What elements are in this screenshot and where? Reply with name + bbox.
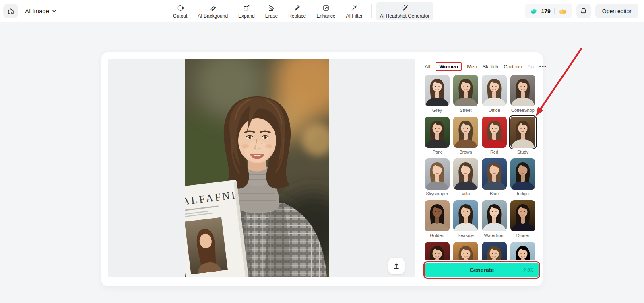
style-label: Waterfront — [482, 233, 507, 238]
image-count-icon — [527, 267, 533, 273]
tool-ai-filter[interactable]: AI Filter — [342, 2, 367, 20]
style-label: Skyscraper — [425, 191, 450, 196]
ai-filter-icon — [350, 4, 358, 12]
style-item-waterfront[interactable]: Waterfront — [482, 200, 507, 238]
style-item[interactable] — [482, 242, 507, 260]
tool-label: AI Filter — [346, 13, 363, 19]
open-editor-button[interactable]: Open editor — [595, 4, 638, 18]
tool-label: Enhance — [316, 13, 335, 19]
tool-erase[interactable]: Erase — [261, 2, 282, 20]
style-thumbnail — [509, 115, 537, 149]
style-thumbnail — [425, 117, 450, 148]
tool-ai-background[interactable]: AI Backgound — [194, 2, 232, 20]
style-item-dinner[interactable]: Dinner — [510, 200, 535, 238]
style-item-blue[interactable]: Blue — [482, 158, 507, 196]
tool-label: AI Backgound — [198, 13, 228, 19]
cutout-icon — [176, 4, 184, 12]
ai-headshot-icon — [401, 4, 409, 12]
canvas-area: ALFAFNI — [108, 59, 415, 277]
workspace-switcher[interactable]: AI Image — [25, 0, 56, 22]
erase-icon — [267, 4, 275, 12]
toolbar-divider — [371, 4, 372, 18]
style-item-red[interactable]: Red — [482, 117, 507, 154]
bell-icon — [580, 7, 588, 15]
generate-button[interactable]: Generate 2 — [425, 263, 539, 277]
style-item[interactable] — [510, 242, 535, 260]
style-thumbnail — [482, 117, 507, 148]
style-item-grey[interactable]: Grey — [425, 75, 450, 113]
style-label: Seaside — [453, 233, 478, 238]
main-photo: ALFAFNI — [185, 59, 329, 277]
tool-expand[interactable]: Expand — [234, 2, 259, 20]
style-thumbnail — [425, 158, 450, 190]
tab-truncated[interactable]: An — [527, 63, 534, 70]
styles-panel: All Women Men Sketch Cartoon An ••• Grey… — [425, 61, 541, 260]
upload-icon — [392, 262, 400, 270]
style-label: Villa — [453, 191, 478, 196]
style-thumbnail — [453, 200, 478, 231]
style-label: Office — [482, 108, 507, 113]
style-label: CoffeeShop — [510, 108, 535, 113]
style-label: Blue — [482, 191, 507, 196]
editor-card: ALFAFNI All Women Men — [101, 52, 543, 286]
style-item-coffeeshop[interactable]: CoffeeShop — [510, 75, 535, 113]
notifications-button[interactable] — [576, 4, 591, 18]
tab-men[interactable]: Men — [467, 63, 477, 70]
more-tabs-button[interactable]: ••• — [539, 64, 548, 68]
style-thumbnail — [453, 158, 478, 190]
style-label: Park — [425, 149, 450, 154]
ai-background-icon — [209, 4, 217, 12]
style-thumbnail — [425, 200, 450, 231]
tool-label: Erase — [265, 13, 278, 19]
credits-pill[interactable]: 179 — [525, 4, 572, 18]
tool-label: Replace — [288, 13, 306, 19]
style-item-seaside[interactable]: Seaside — [453, 200, 478, 238]
portrait-illustration: ALFAFNI — [185, 59, 329, 277]
replace-icon — [293, 4, 301, 12]
crown-icon — [558, 7, 567, 15]
topbar-right: 179 Open editor — [525, 4, 638, 18]
tool-ai-headshot-generator[interactable]: AI Headshot Generator — [376, 2, 433, 20]
style-item[interactable] — [425, 242, 450, 260]
style-label: Dinner — [510, 233, 535, 238]
style-item-indigo[interactable]: Indigo — [510, 158, 535, 196]
style-item-skyscraper[interactable]: Skyscraper — [425, 158, 450, 196]
style-item-golden[interactable]: Golden — [425, 200, 450, 238]
tool-label: Cutout — [173, 13, 187, 19]
tab-women[interactable]: Women — [436, 62, 462, 71]
upload-image-button[interactable] — [388, 258, 405, 274]
style-thumbnail — [482, 242, 507, 260]
tool-enhance[interactable]: Enhance — [312, 2, 339, 20]
chevron-down-icon — [52, 10, 56, 13]
style-item-office[interactable]: Office — [482, 75, 507, 113]
style-thumbnail — [453, 117, 478, 148]
style-thumbnail — [425, 242, 450, 260]
home-button[interactable] — [3, 4, 18, 18]
tool-cutout[interactable]: Cutout — [169, 2, 191, 20]
tab-all[interactable]: All — [425, 63, 430, 70]
tool-label: AI Headshot Generator — [380, 13, 429, 19]
style-label: Indigo — [510, 191, 535, 196]
style-item-brown[interactable]: Brown — [453, 117, 478, 154]
styles-grid: Grey Street Office CoffeeShop — [425, 75, 537, 260]
style-thumbnail — [453, 75, 478, 106]
style-thumbnail — [510, 200, 535, 231]
style-item-study[interactable]: Study — [510, 117, 535, 154]
style-item-villa[interactable]: Villa — [453, 158, 478, 196]
style-item[interactable] — [453, 242, 478, 260]
style-thumbnail — [482, 200, 507, 231]
style-label: Red — [482, 149, 507, 154]
style-item-park[interactable]: Park — [425, 117, 450, 154]
style-label: Brown — [453, 149, 478, 154]
tab-cartoon[interactable]: Cartoon — [504, 63, 522, 70]
style-item-street[interactable]: Street — [453, 75, 478, 113]
generate-highlight-box: Generate 2 — [423, 261, 540, 279]
credits-divider — [554, 8, 555, 14]
tool-replace[interactable]: Replace — [284, 2, 310, 20]
tab-sketch[interactable]: Sketch — [482, 63, 498, 70]
style-label: Street — [453, 108, 478, 113]
credits-count: 179 — [541, 8, 550, 14]
style-thumbnail — [482, 75, 507, 106]
category-tabs: All Women Men Sketch Cartoon An ••• — [425, 61, 541, 72]
generate-label: Generate — [470, 267, 494, 273]
